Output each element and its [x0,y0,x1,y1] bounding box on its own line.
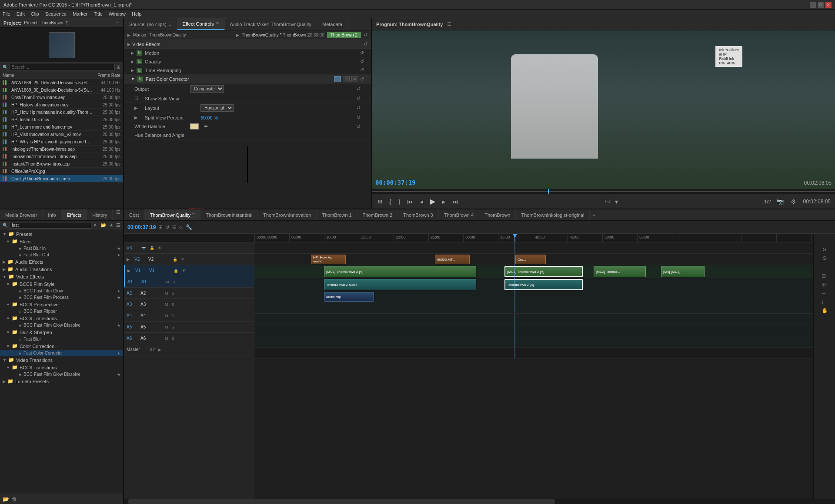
list-item[interactable]: HP_Why is HP ink worth paying more for-T… [0,138,123,146]
roll-icon[interactable]: ⊞ [822,282,828,288]
clip-a1-1[interactable]: ThomBrown 2 audio [324,279,476,290]
folder-audio-effects[interactable]: ▶ 📁 Audio Effects [0,258,123,265]
go-out-btn[interactable]: ⏭ [451,197,460,206]
program-menu-icon[interactable]: ☰ [447,21,451,27]
effects-menu[interactable]: ☰ [114,209,123,220]
square-icon[interactable]: □ [343,76,350,82]
layout-select[interactable]: Horizontal Vertical [200,104,234,112]
list-item[interactable]: HP_Learn more end frame.mov 25.00 fps [0,123,123,131]
split-view-checkbox[interactable]: ☐ [134,96,141,101]
clip-v2-2[interactable]: 00000.MT... [435,255,470,264]
tl-tabs-overflow[interactable]: » [590,212,598,218]
a1-s-btn[interactable]: S [172,279,176,285]
circle-icon[interactable]: ○ [334,76,341,82]
tab-effect-controls[interactable]: Effect Controls ☰ [177,18,225,30]
ec-clip-bar[interactable]: ThomBrown 2 [327,32,361,38]
new-bin-icon[interactable]: 📂 [3,496,9,502]
folder-blur-sharpen[interactable]: ▼ 📁 Blur & Sharpen [0,328,123,336]
tl-tab-tb1[interactable]: ThomBrown 1 [317,209,357,220]
folder-presets[interactable]: ▼ 📁 Presets [0,230,123,238]
reset-icon[interactable]: ↺ [364,32,367,38]
a2-s-btn[interactable]: S [171,291,175,296]
a6-s-btn[interactable]: S [171,336,175,341]
list-item[interactable]: Innovation/ThomBrown-intros.aep 25.00 fp… [0,153,123,160]
tl-snap-btn[interactable]: ⊞ [158,224,163,230]
folder-bcc9-transitions-vt[interactable]: ▼ 📁 BCC9 Transitions [0,364,123,371]
folder-bcc9-transitions-ve[interactable]: ▼ 📁 BCC9 Transitions [0,315,123,322]
play-btn[interactable]: ▶ [428,196,437,206]
a6-m-btn[interactable]: M [164,336,169,341]
project-icon-list[interactable]: ⊞ [117,64,120,70]
tab-ec-menu[interactable]: ☰ [216,22,219,26]
star-right-icon[interactable]: ★ [117,289,120,293]
item-bcc-fast-flipper[interactable]: ☆ BCC Fast Flipper [0,308,123,315]
timeline-ruler[interactable]: 00:00:00:00 05:00 10:00 15:00 20:00 25:0… [254,234,813,242]
folder-video-transitions[interactable]: ▼ 📁 Video Transitions [0,356,123,364]
fx-motion-row[interactable]: ▶ fx Motion ↺ [124,49,371,57]
tab-source-menu[interactable]: ☰ [168,22,172,27]
item-fast-blur[interactable]: ☆ Fast Blur [0,336,123,342]
tab-media-browser[interactable]: Media Browser [0,209,43,220]
fx-fast-color-row[interactable]: ▼ fx Fast Color Corrector ○ □ ✏ ↺ [124,75,371,84]
svp-reset[interactable]: ↺ [357,115,361,120]
split-view-reset[interactable]: ↺ [357,96,361,101]
effects-list-btn[interactable]: ☰ [116,222,120,228]
list-item[interactable]: HP_Instant Ink.mov 25.00 fps [0,116,123,123]
list-item[interactable]: Quality/ThomBrown-intros.aep 25.00 fps [0,175,123,182]
white-balance-eyedropper[interactable]: ✒ [204,123,208,129]
star-right-icon[interactable]: ★ [117,295,120,300]
clip-v1-1[interactable]: [MC1] ThomBrown 2 [V] [324,266,476,277]
clear-search-btn[interactable]: ✕ [93,222,97,228]
motion-reset[interactable]: ↺ [360,50,364,56]
v1-eye-btn[interactable]: 👁 [181,268,187,273]
menu-sequence[interactable]: Sequence [45,11,67,17]
slide-icon[interactable]: ↕ [822,299,828,305]
tab-history[interactable]: History [87,209,113,220]
item-fast-blur-out[interactable]: ★ Fast Blur Out ★ [0,252,123,258]
clip-a2-1[interactable]: audio clip [324,292,374,302]
item-bcc-fast-film-glow-dissolve2[interactable]: ★ BCC Fast Film Glow Dissolve ★ [0,371,123,378]
star-right-icon[interactable]: ★ [117,323,120,328]
white-balance-reset[interactable]: ↺ [357,124,361,129]
program-playbar[interactable] [372,189,835,194]
timeline-timecode[interactable]: 00:00:37:19 [127,224,156,230]
item-bcc-fast-film-glow-dissolve[interactable]: ★ BCC Fast Film Glow Dissolve ★ [0,322,123,328]
item-fast-blur-in[interactable]: ★ Fast Blur In ★ [0,245,123,252]
scrollbar-thumb[interactable] [128,499,555,504]
a4-m-btn[interactable]: M [164,313,169,318]
slip-icon[interactable]: ↔ [822,290,828,296]
delete-icon[interactable]: 🗑 [12,496,17,502]
opacity-reset[interactable]: ↺ [360,59,364,64]
section-reset[interactable]: ↺ [364,41,367,47]
v3-lock-btn[interactable]: 🔒 [149,245,155,251]
folder-lumetri-presets[interactable]: ▶ 📁 Lumetri Presets [0,378,123,385]
hand-icon[interactable]: ✋ [822,308,828,314]
minimize-button[interactable]: ─ [810,2,816,8]
a5-m-btn[interactable]: M [164,325,169,330]
a1-m-btn[interactable]: M [165,279,170,285]
tab-info[interactable]: Info [43,209,61,220]
maximize-button[interactable]: □ [818,2,824,8]
tl-marker-btn[interactable]: ◇ [179,224,183,230]
list-item[interactable]: ANW1869_30_Delicate-Decisions-5-(Sting).… [0,86,123,94]
close-button[interactable]: ✕ [825,2,832,8]
hue-wheel-canvas[interactable] [187,144,308,209]
tl-tab-tb2[interactable]: ThomBrown 2 [357,209,398,220]
menu-marker[interactable]: Marker [73,11,87,17]
tl-tab-inkologist[interactable]: ThomBrownInkologist-original [516,209,590,220]
list-item[interactable]: Inkologist/ThomBrown-intros.aep 25.00 fp… [0,146,123,153]
mark-out-btn[interactable]: } [397,197,402,206]
effects-search-input[interactable] [10,222,91,229]
menu-window[interactable]: Window [109,11,126,17]
menu-file[interactable]: File [3,11,10,17]
menu-help[interactable]: Help [132,11,142,17]
folder-audio-transitions[interactable]: ▶ 📁 Audio Transitions [0,265,123,273]
project-search-input[interactable] [10,64,115,70]
item-fast-color-corrector[interactable]: ★ Fast Color Corrector ★ [0,350,123,356]
step-back-btn[interactable]: ◂ [418,197,425,206]
master-play-btn[interactable]: ▶ [157,347,162,352]
folder-blurs[interactable]: ▼ 📁 Blurs [0,238,123,245]
clip-v1-4[interactable]: [M4] [MC2] [661,266,705,277]
tl-tab-cost[interactable]: Cost [124,209,145,220]
mark-in-btn[interactable]: { [387,197,393,206]
